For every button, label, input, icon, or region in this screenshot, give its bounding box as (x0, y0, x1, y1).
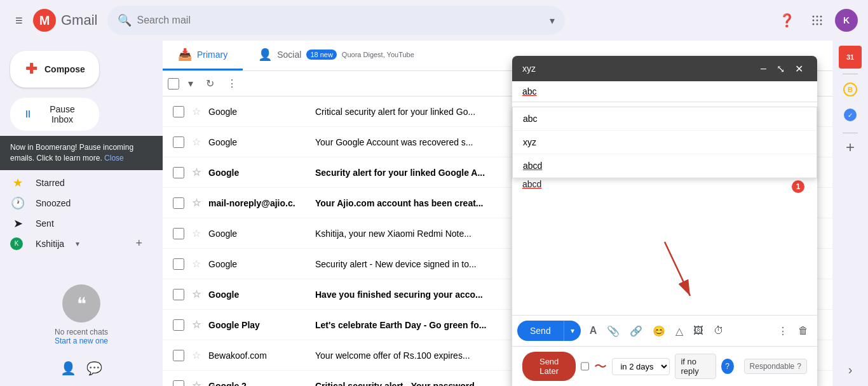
star-icon[interactable]: ☆ (192, 288, 201, 300)
boomerang-toolbar-btn[interactable]: ⏱ (710, 321, 728, 340)
search-bar[interactable]: 🔍 ▾ (107, 6, 565, 35)
expand-compose-btn[interactable]: ⤡ (773, 62, 789, 76)
star-icon[interactable]: ☆ (192, 197, 201, 209)
sidebar-item-kshitija[interactable]: K Kshitija ▾ + (0, 234, 153, 254)
search-input[interactable] (137, 15, 545, 26)
topbar: ☰ M Gmail 🔍 ▾ ❓ K (0, 0, 868, 41)
send-later-button[interactable]: Send Later (522, 352, 576, 381)
sidebar-item-snoozed[interactable]: 🕐 Snoozed (0, 193, 153, 213)
gmail-logo-icon: M (33, 9, 56, 32)
add-widget-btn[interactable]: + (846, 138, 855, 156)
send-button-group: Send ▾ (517, 321, 581, 341)
pause-icon: ⏸ (23, 109, 33, 120)
email-sender: Google (208, 107, 310, 117)
svg-point-0 (813, 16, 815, 18)
email-checkbox[interactable] (173, 167, 184, 178)
email-checkbox[interactable] (173, 350, 184, 361)
star-icon[interactable]: ☆ (192, 105, 201, 117)
star-icon[interactable]: ☆ (192, 319, 201, 331)
autocomplete-item[interactable]: abcd (513, 154, 817, 178)
compose-to-field[interactable] (512, 81, 817, 102)
star-icon[interactable]: ☆ (192, 227, 201, 239)
sidebar-item-starred[interactable]: ★ Starred (0, 173, 153, 193)
people-icon[interactable]: 👤 (60, 361, 76, 376)
tasks-icon[interactable]: ✓ (839, 105, 862, 128)
select-dropdown-btn[interactable]: ▾ (184, 74, 197, 93)
compose-title: xyz (522, 63, 536, 74)
refresh-btn[interactable]: ↻ (202, 74, 218, 93)
email-sender: Google (208, 137, 310, 147)
email-sender: Google (208, 229, 310, 239)
email-sender: Google (208, 259, 310, 269)
more-options-compose-btn[interactable]: ⋮ (774, 321, 792, 341)
send-button[interactable]: Send (517, 321, 564, 341)
email-sender: Google Play (208, 320, 310, 330)
primary-tab-label: Primary (197, 50, 227, 60)
to-input[interactable] (522, 86, 807, 96)
add-account-icon[interactable]: + (135, 237, 142, 250)
delete-draft-btn[interactable]: 🗑 (794, 321, 812, 340)
insert-photo-btn[interactable]: 🖼 (689, 321, 707, 340)
search-dropdown-icon[interactable]: ▾ (550, 15, 555, 27)
email-checkbox[interactable] (173, 197, 184, 209)
compose-body[interactable]: abcd 1 (512, 174, 817, 315)
hamburger-menu[interactable]: ☰ (10, 11, 28, 30)
chat-icon[interactable]: 💬 (86, 361, 102, 376)
svg-point-5 (820, 20, 822, 22)
kshitija-avatar-icon: K (10, 237, 25, 250)
help-send-later-btn[interactable]: ? (721, 359, 734, 374)
help-button[interactable]: ❓ (774, 8, 799, 33)
start-new-chat-link[interactable]: Start a new one (55, 336, 108, 345)
email-checkbox[interactable] (173, 289, 184, 300)
pause-inbox-label: Pause Inbox (38, 104, 86, 124)
email-checkbox[interactable] (173, 136, 184, 148)
send-dropdown-btn[interactable]: ▾ (564, 321, 581, 341)
google-drive-btn[interactable]: △ (672, 321, 687, 341)
google-apps-icon[interactable] (804, 8, 830, 33)
kshitija-dropdown-icon: ▾ (76, 239, 79, 248)
calendar-icon[interactable]: 31 (839, 46, 862, 69)
tab-social[interactable]: 👤 Social 18 new Quora Digest, YouTube (243, 41, 430, 70)
user-avatar[interactable]: K (835, 9, 858, 32)
attach-file-btn[interactable]: 📎 (603, 321, 623, 341)
insert-link-btn[interactable]: 🔗 (626, 321, 646, 341)
compose-button[interactable]: ✚ Compose (10, 51, 99, 88)
email-checkbox[interactable] (173, 380, 184, 387)
tasks-widget-icon: ✓ (843, 108, 857, 125)
autocomplete-item[interactable]: xyz (513, 131, 817, 154)
select-all-checkbox[interactable] (168, 78, 179, 90)
compose-header: xyz – ⤡ ✕ (512, 56, 817, 81)
tab-primary[interactable]: 📥 Primary (163, 41, 243, 70)
star-icon[interactable]: ☆ (192, 136, 201, 148)
minimize-compose-btn[interactable]: – (757, 62, 770, 76)
expand-sidebar-btn[interactable]: › (839, 358, 862, 381)
email-checkbox[interactable] (173, 106, 184, 117)
close-compose-btn[interactable]: ✕ (791, 62, 807, 76)
email-checkbox[interactable] (173, 258, 184, 270)
more-options-btn[interactable]: ⋮ (223, 74, 241, 93)
respondable-badge: Respondable ? (744, 359, 807, 374)
sidebar-item-sent[interactable]: ➤ Sent (0, 213, 153, 234)
email-checkbox[interactable] (173, 319, 184, 331)
format-text-btn[interactable]: A (586, 321, 601, 340)
sidebar-footer: 👤 💬 (0, 356, 163, 381)
topbar-right: ❓ K (774, 8, 858, 33)
insert-emoji-btn[interactable]: 😊 (649, 321, 669, 341)
star-icon[interactable]: ☆ (192, 258, 201, 270)
email-sender: Bewakoof.com (208, 350, 310, 361)
email-sender: Google (208, 290, 310, 300)
autocomplete-item[interactable]: abc (513, 107, 817, 131)
email-sender: Google (208, 168, 310, 178)
calendar-day: 31 (846, 53, 854, 61)
respondable-label: Respondable (750, 362, 795, 371)
star-icon: ★ (10, 176, 25, 190)
star-icon[interactable]: ☆ (192, 166, 201, 178)
boomerang-close-link[interactable]: Close (104, 154, 124, 163)
pause-inbox-button[interactable]: ⏸ Pause Inbox (10, 98, 99, 131)
star-icon[interactable]: ☆ (192, 380, 201, 386)
snooze-checkbox[interactable] (581, 361, 589, 371)
boomerang-icon[interactable]: B (839, 79, 862, 102)
days-selector[interactable]: in 2 days (612, 358, 670, 375)
star-icon[interactable]: ☆ (192, 349, 201, 361)
email-checkbox[interactable] (173, 228, 184, 239)
